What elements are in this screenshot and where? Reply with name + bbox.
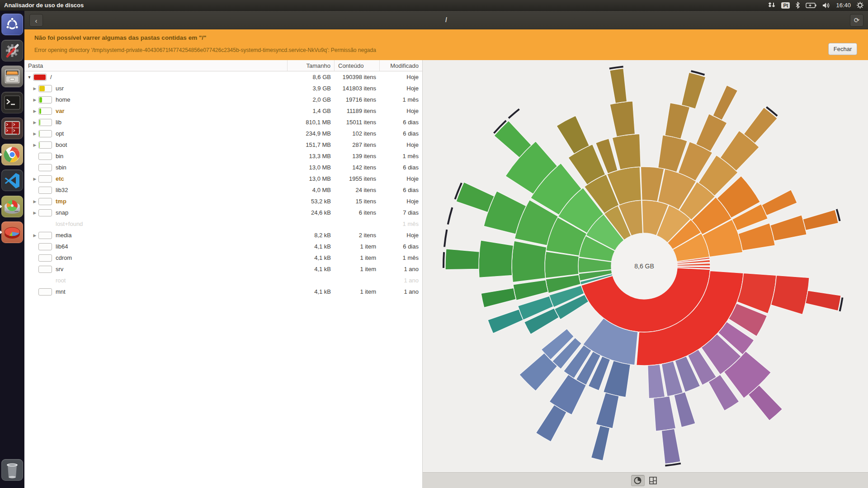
table-row[interactable]: ▶etc13,0 MB1955 itensHoje bbox=[24, 173, 422, 184]
expander-closed-icon[interactable]: ▶ bbox=[33, 233, 37, 238]
cell-items: 6 itens bbox=[335, 209, 380, 216]
launcher-item-system-tools[interactable] bbox=[1, 40, 23, 61]
volume-icon[interactable] bbox=[822, 2, 830, 9]
chart-arc[interactable] bbox=[771, 275, 809, 314]
chart-arc[interactable] bbox=[748, 385, 782, 421]
chart-arc[interactable] bbox=[770, 215, 807, 241]
table-row[interactable]: lib644,1 kB1 item6 dias bbox=[24, 241, 422, 252]
column-header-pasta[interactable]: Pasta bbox=[24, 60, 288, 71]
unity-launcher bbox=[0, 11, 24, 488]
app-title: Analisador de uso de discos bbox=[0, 2, 84, 9]
expander-closed-icon[interactable]: ▶ bbox=[33, 211, 37, 215]
chart-arc[interactable] bbox=[665, 103, 690, 139]
chart-arc[interactable] bbox=[545, 252, 579, 278]
table-row[interactable]: ▶usr3,9 GB141803 itensHoje bbox=[24, 83, 422, 94]
chart-arc[interactable] bbox=[806, 291, 841, 311]
bluetooth-icon[interactable] bbox=[796, 2, 800, 9]
cell-items: 142 itens bbox=[335, 164, 380, 171]
chart-arc[interactable] bbox=[610, 101, 635, 137]
rings-chart-button[interactable] bbox=[631, 475, 645, 486]
usage-bar bbox=[38, 141, 52, 149]
launcher-item-trash[interactable] bbox=[1, 459, 23, 481]
trash-icon bbox=[4, 461, 20, 479]
cell-size: 13,0 MB bbox=[288, 175, 335, 182]
chart-arc[interactable] bbox=[512, 241, 547, 282]
chart-arc[interactable] bbox=[513, 280, 548, 300]
table-row[interactable]: sbin13,0 MB142 itens6 dias bbox=[24, 162, 422, 173]
treemap-chart-button[interactable] bbox=[646, 475, 660, 486]
chart-arc[interactable] bbox=[456, 182, 494, 212]
launcher-item-disk-usage-hdd[interactable] bbox=[1, 196, 23, 217]
column-header-tamanho[interactable]: Tamanho bbox=[288, 60, 335, 71]
launcher-item-multi-terminal[interactable] bbox=[1, 117, 23, 139]
chart-arc[interactable] bbox=[445, 249, 479, 270]
expander-closed-icon[interactable]: ▶ bbox=[33, 98, 37, 102]
chart-arc[interactable] bbox=[612, 134, 641, 169]
chart-arc[interactable] bbox=[610, 68, 627, 103]
chart-arc[interactable] bbox=[488, 309, 523, 333]
table-row[interactable]: srv4,1 kB1 item1 ano bbox=[24, 263, 422, 275]
chart-arc[interactable] bbox=[653, 396, 675, 432]
cell-size: 4,1 kB bbox=[288, 266, 335, 272]
table-row[interactable]: ▶tmp53,2 kB15 itensHoje bbox=[24, 196, 422, 207]
table-row[interactable]: ▶opt234,9 MB102 itens6 dias bbox=[24, 128, 422, 139]
refresh-button[interactable]: ⟳ bbox=[850, 14, 863, 27]
chart-arc[interactable] bbox=[536, 405, 566, 442]
chart-arc[interactable] bbox=[481, 288, 516, 307]
expander-closed-icon[interactable]: ▶ bbox=[33, 177, 37, 181]
chart-arc[interactable] bbox=[591, 426, 610, 461]
launcher-item-terminal[interactable] bbox=[1, 92, 23, 113]
network-arrows-icon[interactable] bbox=[768, 2, 775, 9]
launcher-item-ubuntu-dash[interactable] bbox=[1, 14, 23, 35]
chart-arc[interactable] bbox=[596, 393, 619, 428]
cell-modified: Hoje bbox=[380, 232, 422, 239]
expander-open-icon[interactable]: ▼ bbox=[27, 75, 32, 80]
chart-arc[interactable] bbox=[557, 116, 590, 154]
launcher-item-disk-usage-pie[interactable] bbox=[1, 221, 23, 243]
chart-arc[interactable] bbox=[681, 72, 706, 109]
launcher-item-file-cabinet[interactable] bbox=[1, 66, 23, 87]
session-gear-icon[interactable] bbox=[857, 2, 863, 9]
usage-bar bbox=[38, 96, 52, 103]
clock[interactable]: 16:40 bbox=[836, 2, 851, 9]
cell-items: 15011 itens bbox=[335, 119, 380, 126]
header-bar: ‹ / ⟳ bbox=[24, 11, 868, 29]
expander-closed-icon[interactable]: ▶ bbox=[33, 143, 37, 147]
table-row[interactable]: ▶var1,4 GB11189 itensHoje bbox=[24, 105, 422, 117]
chart-arc[interactable] bbox=[713, 85, 738, 120]
column-header-conteudo[interactable]: Conteúdo bbox=[335, 60, 380, 71]
table-row[interactable]: lost+found1 mês bbox=[24, 218, 422, 230]
table-row[interactable]: bin13,3 MB139 itens1 mês bbox=[24, 150, 422, 162]
table-row[interactable]: ▼/8,6 GB190398 itensHoje bbox=[24, 71, 422, 83]
chart-arc[interactable] bbox=[661, 429, 680, 464]
chart-arc[interactable] bbox=[762, 190, 797, 216]
table-row[interactable]: root1 ano bbox=[24, 275, 422, 286]
disk-usage-pie-icon bbox=[3, 223, 22, 241]
expander-closed-icon[interactable]: ▶ bbox=[33, 131, 37, 136]
column-header-modificado[interactable]: Modificado bbox=[380, 60, 422, 71]
table-row[interactable]: ▶home2,0 GB19716 itens1 mês bbox=[24, 94, 422, 105]
chart-arc[interactable] bbox=[479, 240, 514, 278]
system-tools-icon bbox=[4, 42, 21, 59]
battery-icon[interactable] bbox=[806, 3, 816, 8]
table-row[interactable]: ▶lib810,1 MB15011 itens6 dias bbox=[24, 117, 422, 128]
keyboard-layout-indicator[interactable]: Pt bbox=[781, 2, 790, 9]
expander-closed-icon[interactable]: ▶ bbox=[33, 109, 37, 113]
warning-banner: Não foi possível varrer algumas das past… bbox=[24, 29, 868, 60]
chart-arc[interactable] bbox=[674, 392, 695, 427]
table-row[interactable]: ▶boot151,7 MB287 itensHoje bbox=[24, 139, 422, 150]
table-row[interactable]: mnt4,1 kB1 item1 ano bbox=[24, 286, 422, 297]
launcher-item-chrome[interactable] bbox=[1, 144, 23, 165]
table-row[interactable]: ▶snap24,6 kB6 itens7 dias bbox=[24, 207, 422, 218]
chart-arc[interactable] bbox=[803, 210, 839, 230]
usage-bar bbox=[38, 85, 52, 92]
running-indicator-arrow bbox=[0, 205, 4, 208]
expander-closed-icon[interactable]: ▶ bbox=[33, 86, 37, 91]
expander-closed-icon[interactable]: ▶ bbox=[33, 120, 37, 125]
expander-closed-icon[interactable]: ▶ bbox=[33, 199, 37, 204]
table-row[interactable]: lib324,0 MB24 itens6 dias bbox=[24, 184, 422, 196]
close-banner-button[interactable]: Fechar bbox=[828, 43, 857, 55]
table-row[interactable]: cdrom4,1 kB1 item1 mês bbox=[24, 252, 422, 263]
launcher-item-vscode[interactable] bbox=[1, 169, 23, 191]
table-row[interactable]: ▶media8,2 kB2 itensHoje bbox=[24, 230, 422, 241]
